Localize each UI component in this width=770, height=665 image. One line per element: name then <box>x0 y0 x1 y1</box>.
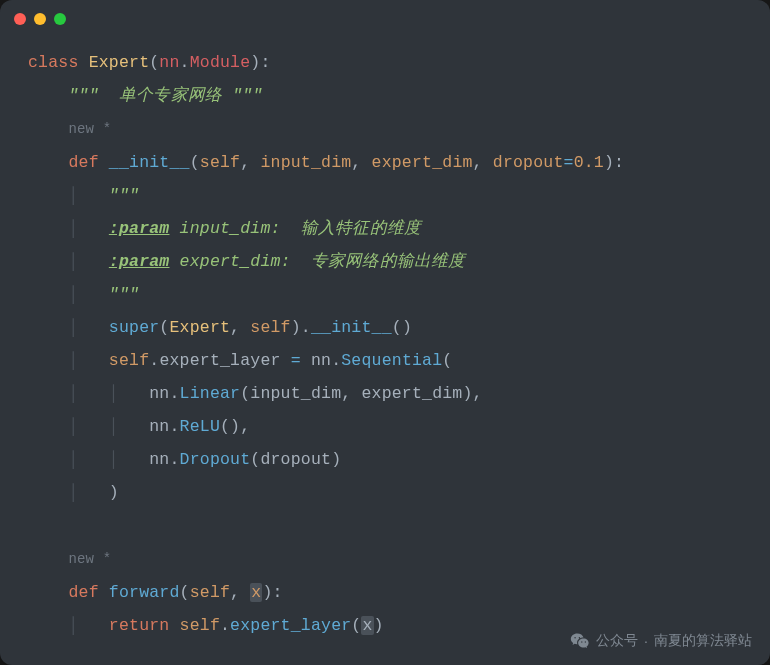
init-call: __init__ <box>311 318 392 337</box>
doctag-param2: :param <box>109 252 170 271</box>
docstring2-open: """ <box>109 186 139 205</box>
param-dropout: dropout <box>493 153 564 172</box>
nn-id: nn <box>159 53 179 72</box>
vcs-annotation: new * <box>68 121 111 137</box>
zoom-icon[interactable] <box>54 13 66 25</box>
method-forward: forward <box>109 583 180 602</box>
doc-expert-zh: 专家网络的输出维度 <box>301 252 466 271</box>
method-init: __init__ <box>109 153 190 172</box>
param-x: x <box>250 583 262 602</box>
doc-input-dim: input_dim: <box>169 219 290 238</box>
arg-x: x <box>361 616 373 635</box>
nn-linear: Linear <box>180 384 241 403</box>
call-expert-layer: expert_layer <box>230 616 351 635</box>
minimize-icon[interactable] <box>34 13 46 25</box>
nn-sequential: Sequential <box>341 351 442 370</box>
keyword-return: return <box>109 616 170 635</box>
attr-expert-layer: expert_layer <box>159 351 280 370</box>
watermark-label1: 公众号 <box>596 632 638 650</box>
param-input-dim: input_dim <box>260 153 351 172</box>
param-self: self <box>200 153 240 172</box>
code-window: class Expert(nn.Module): """ 单个专家网络 """ … <box>0 0 770 665</box>
wechat-icon <box>570 631 590 651</box>
nn-relu: ReLU <box>180 417 220 436</box>
docstring-close: """ <box>232 86 262 105</box>
doc-input-zh: 输入特征的维度 <box>291 219 422 238</box>
nn-dropout: Dropout <box>180 450 251 469</box>
paren: ( <box>149 53 159 72</box>
watermark: 公众号 · 南夏的算法驿站 <box>570 631 752 651</box>
titlebar <box>0 0 770 38</box>
eq-op: = <box>564 153 574 172</box>
doc-expert-dim: expert_dim: <box>169 252 300 271</box>
param-expert-dim: expert_dim <box>372 153 473 172</box>
builtin-super: super <box>109 318 160 337</box>
docstring2-close: """ <box>109 285 139 304</box>
docstring-open: """ <box>68 86 98 105</box>
module-id: Module <box>190 53 251 72</box>
keyword-class: class <box>28 53 79 72</box>
num-01: 0.1 <box>574 153 604 172</box>
keyword-def: def <box>68 153 98 172</box>
close-icon[interactable] <box>14 13 26 25</box>
watermark-label2: 南夏的算法驿站 <box>654 632 752 650</box>
code-editor[interactable]: class Expert(nn.Module): """ 单个专家网络 """ … <box>0 38 770 662</box>
doctag-param: :param <box>109 219 170 238</box>
class-name: Expert <box>89 53 150 72</box>
vcs-annotation2: new * <box>68 551 111 567</box>
watermark-sep: · <box>644 633 648 649</box>
docstring-text: 单个专家网络 <box>99 86 233 105</box>
